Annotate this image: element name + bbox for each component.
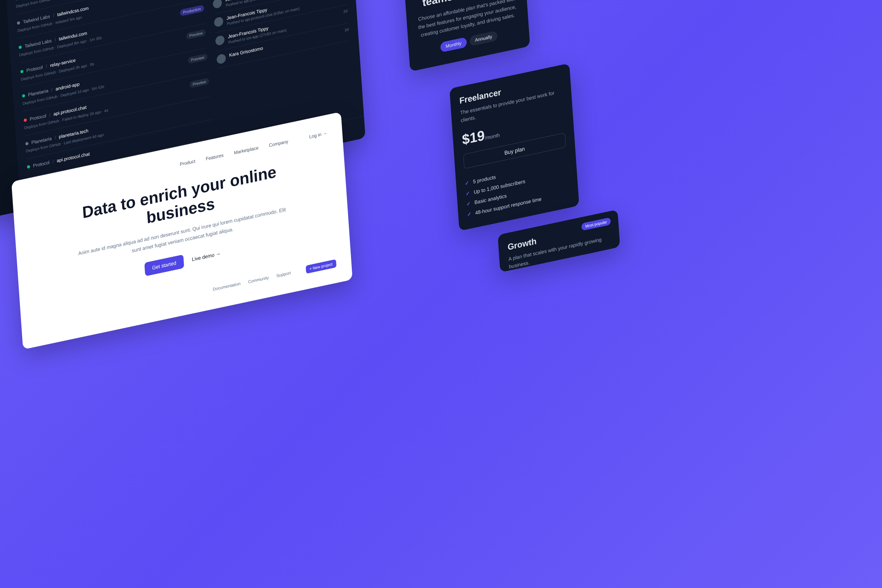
avatar — [214, 16, 223, 28]
status-dot — [17, 21, 20, 25]
avatar — [212, 0, 222, 9]
status-dot — [18, 45, 21, 49]
status-dot — [20, 70, 23, 74]
env-badge: Preview — [186, 29, 206, 40]
avatar — [215, 35, 225, 46]
mini-nav-link[interactable]: Community — [248, 275, 269, 284]
get-started-button[interactable]: Get started — [144, 255, 184, 276]
toggle-monthly[interactable]: Monthly — [440, 37, 467, 52]
pricing-card-freelancer: Freelancer The essentials to provide you… — [449, 63, 579, 231]
env-badge: Preview — [188, 53, 207, 64]
nav-link[interactable]: Company — [269, 139, 288, 148]
mini-nav-link[interactable]: Documentation — [213, 281, 241, 292]
status-dot — [24, 118, 27, 122]
status-dot — [25, 142, 28, 145]
pricing-header-card: Pricing Pricing plans for teams of all s… — [403, 0, 530, 72]
login-link[interactable]: Log in → — [309, 131, 327, 140]
nav-link[interactable]: Product — [180, 158, 195, 167]
team-item[interactable]: Tailwind Labs — [0, 64, 7, 88]
live-demo-button[interactable]: Live demo → — [188, 246, 224, 267]
status-dot — [15, 0, 18, 0]
mini-nav-link[interactable]: Support — [276, 271, 291, 278]
status-dot — [27, 165, 30, 169]
toggle-annually[interactable]: Annually — [469, 30, 498, 46]
new-project-button[interactable]: + New project — [305, 259, 336, 274]
nav-link[interactable]: Marketplace — [234, 145, 259, 156]
nav-link[interactable]: Features — [206, 152, 224, 162]
env-badge: Preview — [189, 78, 209, 88]
avatar — [216, 53, 226, 64]
status-dot — [22, 94, 25, 98]
